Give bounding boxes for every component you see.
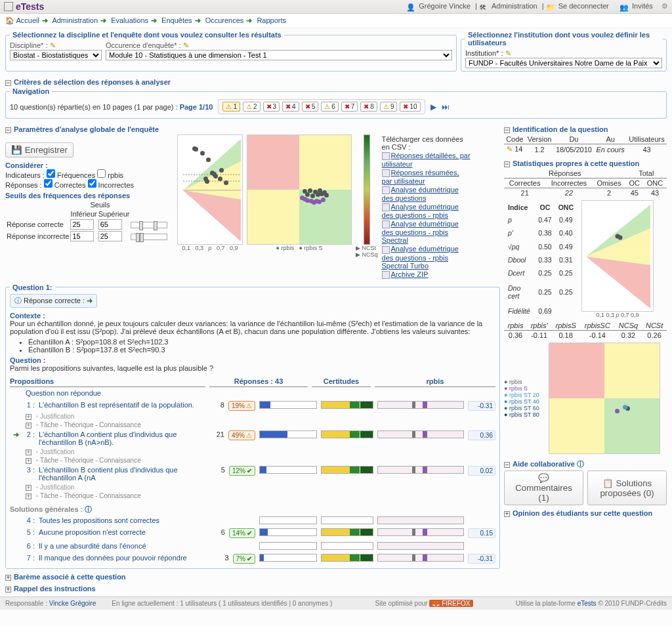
freq-checkbox[interactable]: [47, 169, 55, 178]
csv-icon: [382, 169, 390, 177]
toggle-taxo[interactable]: +: [26, 423, 32, 428]
crumb-1[interactable]: Administration: [52, 16, 98, 24]
question-label: Question :: [10, 356, 495, 364]
info-icon[interactable]: ⓘ: [85, 505, 92, 513]
gen-row: 6 : Il y a une absurdité dans l'énoncé: [10, 540, 495, 552]
pager-q1[interactable]: ⚠ 1: [222, 102, 240, 112]
resp-link[interactable]: Vincke Grégoire: [49, 600, 96, 607]
toggle-taxo[interactable]: +: [26, 493, 32, 499]
kite-chart-global: 0,1 0,3 p 0,7 0,9: [177, 135, 243, 280]
responses-header: Réponses : 43: [209, 377, 308, 387]
context-text: Pour un échantillon donné, je peux toujo…: [10, 320, 495, 335]
etests-link[interactable]: eTests: [578, 600, 597, 607]
nav-legend: Navigation: [10, 87, 52, 95]
dl-link-2[interactable]: Analyse édumétrique des questions: [382, 186, 459, 202]
toggle-justif[interactable]: +: [26, 414, 32, 420]
occurence-select[interactable]: Module 10 - Statistiques à une dimension…: [106, 50, 452, 60]
dl-link-6[interactable]: Archive ZIP: [391, 270, 429, 278]
bareme-title: Barème associé à cette question: [14, 573, 126, 581]
params-title: Paramètres d'analyse globale de l'enquêt…: [14, 125, 159, 133]
pencil-icon[interactable]: ✎: [507, 145, 513, 153]
rpbis-checkbox[interactable]: [97, 169, 106, 178]
folder-icon: 📁: [546, 3, 554, 11]
pager-q10[interactable]: ✖ 10: [400, 102, 420, 112]
rpbis-value: 0.15: [468, 528, 495, 538]
bullet-a: Échantillon A : S²pop=108.8 et S²ech=102…: [28, 338, 495, 346]
prop-text: L'échantillon B contient plus d'individu…: [39, 466, 208, 482]
gen-text: Il manque des données pour pouvoir répon…: [39, 554, 212, 562]
bullet-b: Échantillon B : S²pop=137.8 et S²ech=90.…: [28, 346, 495, 354]
pager-q4[interactable]: ✖ 4: [282, 102, 299, 112]
footer: Responsable : Vincke Grégoire En ligne a…: [0, 596, 672, 610]
csv-icon: [382, 246, 390, 254]
dl-link-0[interactable]: Réponses détaillées, par utilisateur: [382, 152, 471, 168]
dl-link-1[interactable]: Réponses résumées, par utilisateur: [382, 169, 459, 185]
quad-legend: ● rpbis ● rpbis S ● rpbis ST 20 ● rpbis …: [504, 343, 545, 454]
incorrect-checkbox[interactable]: [88, 179, 96, 188]
toggle-qstats[interactable]: −: [504, 161, 510, 167]
user-name-link[interactable]: Grégoire Vincke: [419, 2, 471, 10]
next-page-icon[interactable]: ▶: [430, 102, 436, 112]
incorrect-slider[interactable]: [131, 234, 167, 240]
toggle-taxo[interactable]: +: [26, 458, 32, 464]
logout-link[interactable]: Se deconnecter: [558, 2, 609, 10]
crumb-4[interactable]: Occurences: [205, 16, 244, 24]
qstats-title: Statistiques propres à cette question: [513, 159, 639, 167]
ident-table: CodeVersionDuAuUtilisateurs ✎ 14 1.2 18/…: [504, 135, 667, 154]
pencil-icon: ✎: [50, 41, 56, 49]
toggle-justif[interactable]: +: [26, 485, 32, 491]
comments-button[interactable]: 💬 Commentaires (1): [504, 470, 583, 505]
correct-slider[interactable]: [131, 222, 167, 228]
crumb-2[interactable]: Evaluations: [111, 16, 148, 24]
solutions-button[interactable]: 📋 Solutions proposées (0): [587, 470, 667, 505]
pager-q9[interactable]: ⚠ 9: [380, 102, 398, 112]
pager-q8[interactable]: ✖ 8: [360, 102, 377, 112]
app-icon: [4, 2, 13, 11]
toggle-opinion[interactable]: +: [504, 511, 510, 517]
info-icon[interactable]: ⓘ: [577, 460, 584, 468]
institution-select[interactable]: FUNDP - Facultés Universitaires Notre Da…: [465, 58, 662, 68]
download-list: Télécharger ces données en CSV : Réponse…: [382, 135, 471, 280]
toggle-collab[interactable]: −: [504, 462, 510, 468]
pager-q3[interactable]: ✖ 3: [263, 102, 280, 112]
toggle-rappel[interactable]: +: [5, 587, 11, 593]
discipline-select[interactable]: Biostat - Biostatistiques: [10, 50, 102, 60]
pager-q7[interactable]: ✖ 7: [341, 102, 358, 112]
thresholds-title: Seuils des fréquences des réponses: [5, 192, 173, 199]
toggle-justif[interactable]: +: [26, 449, 32, 455]
online-status: En ligne actuellement : 1 utilisateurs (…: [112, 600, 332, 607]
crumb-3[interactable]: Enquêtes: [161, 16, 192, 24]
quad-chart-question: [549, 343, 660, 454]
settings-icon[interactable]: ⚙: [662, 2, 668, 10]
toggle-bareme[interactable]: +: [5, 575, 11, 581]
selector-fieldset: Sélectionnez la discipline et l'enquête …: [5, 31, 457, 72]
nav-summary: 10 question(s) répartie(s) en 10 pages (…: [10, 103, 213, 111]
question-pager: ⚠ 1⚠ 2✖ 3✖ 4✖ 5⚠ 6✖ 7✖ 8⚠ 9✖ 10: [218, 99, 425, 114]
pager-q5[interactable]: ✖ 5: [302, 102, 319, 112]
guests-link[interactable]: Invités: [632, 2, 653, 10]
admin-link[interactable]: Administration: [492, 2, 537, 10]
dl-link-4[interactable]: Analyse édumétrique des questions - rpbi…: [382, 220, 459, 244]
correct-checkbox[interactable]: [44, 179, 52, 188]
toggle-ident[interactable]: −: [504, 127, 510, 133]
rpbis-header: rpbis: [375, 377, 495, 387]
crumb-0[interactable]: Accueil: [16, 16, 39, 24]
toggle-criteria[interactable]: −: [5, 80, 11, 86]
institution-legend: Sélectionnez l'institution dont vous vou…: [465, 31, 662, 47]
dl-link-5[interactable]: Analyse édumétrique des questions - rpbi…: [382, 245, 459, 269]
gen-text: Toutes les propositions sont correctes: [39, 516, 205, 524]
incorrect-inf-input[interactable]: [70, 231, 94, 241]
correct-sup-input[interactable]: [98, 219, 122, 230]
pencil-icon: ✎: [183, 41, 189, 49]
crumb-5[interactable]: Rapports: [257, 16, 286, 24]
pager-q2[interactable]: ⚠ 2: [243, 102, 261, 112]
incorrect-sup-input[interactable]: [98, 231, 122, 241]
toggle-params[interactable]: −: [5, 127, 11, 133]
pager-q6[interactable]: ⚠ 6: [321, 102, 339, 112]
dl-link-3[interactable]: Analyse édumétrique des questions - rpbi…: [382, 203, 459, 219]
correct-inf-input[interactable]: [70, 219, 94, 230]
prop-text: L'échantillon A contient plus d'individu…: [39, 430, 207, 446]
last-page-icon[interactable]: ⏭: [442, 102, 450, 112]
question-text: Parmi les propositions suivantes, laquel…: [10, 364, 495, 372]
save-button[interactable]: 💾 Enregistrer: [5, 142, 74, 157]
